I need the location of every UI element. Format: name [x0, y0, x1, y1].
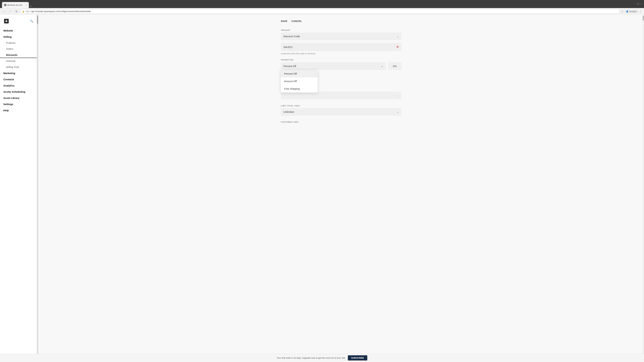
forward-button[interactable]: →: [8, 9, 13, 14]
sidebar-item-asset-library[interactable]: Asset Library: [0, 95, 37, 101]
apply-to-chevron-icon: ⌄: [397, 94, 399, 97]
url-domain: gar-chrysalis.squarespace.com/config/com…: [32, 10, 90, 12]
subscribe-button[interactable]: SUBSCRIBE: [348, 355, 368, 361]
main-content: SAVE CANCEL TRIGGER Discount Code ⌄ ✕ Cu…: [38, 15, 644, 362]
sidebar-scrollbar: [37, 15, 38, 362]
limit-uses-select[interactable]: Unlimited ⌄: [281, 108, 402, 116]
sidebar-item-invoicing[interactable]: Invoicing: [0, 58, 37, 64]
app-layout: 🔍 Website Selling Products Orders Discou…: [0, 15, 644, 362]
content-area: SAVE CANCEL TRIGGER Discount Code ⌄ ✕ Cu…: [274, 15, 408, 129]
clear-code-button[interactable]: ✕: [396, 45, 399, 49]
incognito-badge: 👤 Incognito: [625, 10, 638, 13]
main-scrollbar: [643, 15, 644, 362]
promotion-selected-value: Percent Off: [284, 65, 296, 67]
browser-chrome: My Mood Joy One × + − ⧠ ×: [0, 0, 644, 8]
sidebar-top: 🔍: [0, 18, 37, 27]
top-toolbar: SAVE CANCEL: [281, 20, 402, 22]
trigger-section: TRIGGER Discount Code ⌄ ✕ Customers ente…: [281, 29, 402, 55]
incognito-icon: 👤: [626, 10, 628, 12]
sidebar: 🔍 Website Selling Products Orders Discou…: [0, 15, 37, 362]
address-bar[interactable]: 🔒 https://gar-chrysalis.squarespace.com/…: [20, 9, 620, 14]
sidebar-item-acuity[interactable]: Acuity Scheduling: [0, 89, 37, 95]
sidebar-item-help[interactable]: Help: [0, 107, 37, 113]
reload-button[interactable]: ↻: [14, 9, 19, 14]
main-scrollbar-thumb: [643, 15, 644, 21]
sidebar-item-contacts[interactable]: Contacts: [0, 76, 37, 82]
sidebar-item-selling[interactable]: Selling: [0, 34, 37, 40]
limit-uses-selected: Unlimited: [284, 110, 294, 113]
promotion-row: Percent Off ⌄ Percent Off Amount Off Fre…: [281, 62, 402, 70]
sidebar-item-discounts[interactable]: Discounts: [0, 52, 37, 58]
trigger-chevron-icon: ⌄: [397, 35, 399, 38]
percent-value-input[interactable]: [388, 62, 402, 70]
window-controls: − ⧠ ×: [634, 3, 642, 5]
tab-close-button[interactable]: ×: [26, 4, 27, 6]
sidebar-scrollbar-thumb: [37, 15, 38, 24]
apply-to-select[interactable]: ⌄: [281, 92, 402, 99]
url-text: https://gar-chrysalis.squarespace.com/co…: [26, 10, 91, 12]
tab-title: My Mood Joy One: [8, 4, 22, 6]
sidebar-item-products[interactable]: Products: [0, 40, 37, 46]
incognito-label: Incognito: [629, 10, 636, 12]
save-button[interactable]: SAVE: [281, 20, 288, 22]
trigger-select[interactable]: Discount Code ⌄: [281, 32, 402, 40]
code-input-wrapper: ✕: [281, 43, 402, 51]
sidebar-item-selling-tools[interactable]: Selling Tools: [0, 64, 37, 70]
url-protocol: https://: [26, 10, 32, 12]
bookmark-icon[interactable]: ☆: [621, 10, 623, 13]
trial-banner: Your trial ends in 14 days. Upgrade now …: [0, 354, 644, 362]
customer-limit-section: CUSTOMER LIMIT: [281, 121, 402, 123]
search-button[interactable]: 🔍: [30, 19, 33, 23]
cancel-button[interactable]: CANCEL: [292, 20, 302, 22]
browser-tabs: My Mood Joy One × +: [2, 0, 32, 8]
trigger-label: TRIGGER: [281, 29, 402, 31]
limit-uses-chevron-icon: ⌄: [397, 111, 399, 113]
code-helper-text: Customers enter this code at checkout.: [281, 52, 402, 55]
apply-to-section: ⌄: [281, 92, 402, 99]
active-tab[interactable]: My Mood Joy One ×: [2, 2, 29, 8]
discount-code-input[interactable]: [284, 45, 396, 48]
limit-uses-section: LIMIT TOTAL USES Unlimited ⌄: [281, 105, 402, 116]
new-tab-button[interactable]: +: [30, 4, 32, 8]
lock-icon: 🔒: [22, 10, 25, 12]
limit-uses-label: LIMIT TOTAL USES: [281, 105, 402, 107]
trial-message: Your trial ends in 14 days. Upgrade now …: [277, 357, 346, 359]
minimize-button[interactable]: −: [634, 3, 636, 5]
sidebar-item-settings[interactable]: Settings: [0, 101, 37, 107]
close-window-button[interactable]: ×: [641, 3, 642, 5]
tab-favicon: [4, 4, 6, 6]
maximize-button[interactable]: ⧠: [637, 3, 639, 5]
browser-nav: ← → ↻ 🔒 https://gar-chrysalis.squarespac…: [0, 8, 644, 15]
browser-menu-icon[interactable]: ⋮: [639, 10, 642, 13]
promotion-section: PROMOTION Percent Off ⌄ Percent Off Amou…: [281, 59, 402, 99]
sidebar-item-analytics[interactable]: Analytics: [0, 82, 37, 89]
sidebar-item-website[interactable]: Website: [0, 27, 37, 34]
promotion-label: PROMOTION: [281, 59, 402, 61]
sidebar-item-marketing[interactable]: Marketing: [0, 70, 37, 76]
trigger-selected-value: Discount Code: [284, 35, 300, 38]
promotion-chevron-icon: ⌄: [381, 64, 384, 67]
squarespace-logo[interactable]: [3, 18, 10, 24]
dropdown-item-amount-off[interactable]: Amount Off: [281, 77, 318, 85]
back-button[interactable]: ←: [2, 9, 7, 14]
promotion-type-select[interactable]: Percent Off ⌄: [281, 62, 386, 70]
customer-limit-label: CUSTOMER LIMIT: [281, 121, 402, 123]
dropdown-item-free-shipping[interactable]: Free Shipping: [281, 85, 318, 92]
promotion-dropdown-popup: Percent Off Amount Off Free Shipping: [281, 70, 318, 92]
sidebar-item-orders[interactable]: Orders: [0, 46, 37, 52]
dropdown-item-percent-off[interactable]: Percent Off: [281, 70, 318, 77]
